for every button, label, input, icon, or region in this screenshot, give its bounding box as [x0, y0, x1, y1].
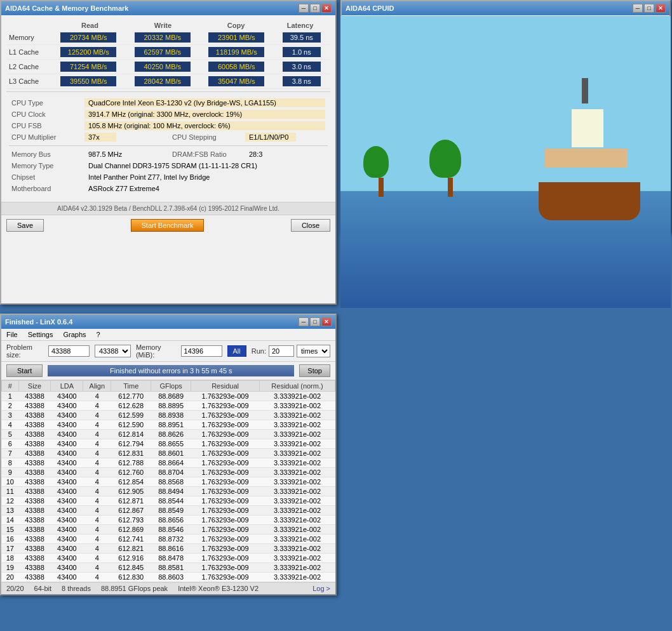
linx-table-cell: 9 — [2, 468, 19, 477]
linx-table-cell: 3.333921e-002 — [260, 515, 335, 525]
bench-dram-col: DRAM:FSB Ratio 28:3 — [170, 149, 328, 160]
linx-table-row: 1943388434004612.84588.85811.763293e-009… — [2, 563, 335, 573]
tree-trunk-2 — [448, 178, 453, 197]
linx-table-cell: 43388 — [18, 477, 51, 487]
bench-cpu-mult-label: CPU Multiplier — [11, 133, 84, 141]
bench-start-button[interactable]: Start Benchmark — [131, 219, 205, 232]
bench-col-copy: Copy — [208, 22, 264, 29]
linx-start-button[interactable]: Start — [6, 364, 43, 377]
bench-chipset-row: Chipset Intel Panther Point Z77, Intel I… — [9, 171, 328, 183]
bench-cpu-mult-step-row: CPU Multiplier 37x CPU Stepping E1/L1/N0… — [9, 131, 328, 143]
bench-title-controls: ─ □ ✕ — [299, 4, 332, 13]
linx-table-cell: 3.333921e-002 — [260, 401, 335, 411]
linx-menu-graphs[interactable]: Graphs — [60, 330, 88, 339]
linx-mem-input[interactable] — [181, 345, 222, 357]
linx-table-cell: 3.333921e-002 — [260, 411, 335, 420]
linx-all-btn[interactable]: All — [227, 345, 246, 357]
linx-table-cell: 43400 — [51, 411, 83, 420]
linx-close-btn[interactable]: ✕ — [321, 317, 332, 326]
bench-close-button[interactable]: Close — [291, 219, 330, 232]
linx-table-cell: 20 — [2, 573, 19, 582]
linx-menubar: File Settings Graphs ? — [1, 329, 335, 341]
bench-l1-label: L1 Cache — [9, 48, 53, 56]
cpuid-close-btn[interactable]: ✕ — [655, 4, 666, 13]
bench-save-button[interactable]: Save — [6, 219, 44, 232]
linx-table-cell: 4 — [83, 535, 111, 544]
bench-membus-col: Memory Bus 987.5 MHz — [9, 149, 167, 160]
linx-footer-gflops: 88.8951 GFlops peak — [101, 585, 168, 592]
linx-footer: 20/20 64-bit 8 threads 88.8951 GFlops pe… — [1, 582, 335, 594]
linx-table-cell: 3.333921e-002 — [260, 496, 335, 506]
linx-table-row: 1743388434004612.82188.86161.763293e-009… — [2, 544, 335, 554]
linx-footer-threads: 8 threads — [62, 585, 91, 592]
bench-dram-value: 28:3 — [245, 150, 266, 159]
linx-table-cell: 3.333921e-002 — [260, 430, 335, 439]
linx-table-cell: 4 — [2, 420, 19, 430]
linx-table-cell: 43400 — [51, 573, 83, 582]
linx-table-cell: 4 — [83, 430, 111, 439]
bench-membus-dram-row: Memory Bus 987.5 MHz DRAM:FSB Ratio 28:3 — [9, 149, 328, 160]
bench-maximize-btn[interactable]: □ — [310, 4, 320, 13]
linx-table-cell: 88.8494 — [151, 487, 191, 496]
linx-restore-btn[interactable]: □ — [310, 317, 320, 326]
linx-table-row: 243388434004612.62888.88951.763293e-0093… — [2, 401, 335, 411]
linx-table-cell: 43388 — [18, 392, 51, 401]
linx-table-cell: 3 — [2, 411, 19, 420]
linx-table-cell: 4 — [83, 573, 111, 582]
linx-table-cell: 43388 — [18, 487, 51, 496]
linx-menu-settings[interactable]: Settings — [25, 330, 56, 339]
bench-close-btn[interactable]: ✕ — [321, 4, 332, 13]
bench-memtype-row: Memory Type Dual Channel DDR3-1975 SDRAM… — [9, 160, 328, 171]
linx-table-row: 2043388434004612.83088.86031.763293e-009… — [2, 573, 335, 582]
bench-minimize-btn[interactable]: ─ — [299, 4, 309, 13]
linx-table-cell: 3.333921e-002 — [260, 525, 335, 535]
linx-table-cell: 3.333921e-002 — [260, 573, 335, 582]
linx-table-cell: 43400 — [51, 515, 83, 525]
linx-stop-button[interactable]: Stop — [299, 364, 330, 377]
linx-table-cell: 1.763293e-009 — [191, 439, 260, 449]
linx-run-input[interactable] — [269, 345, 294, 357]
linx-times-select[interactable]: times — [297, 345, 330, 357]
linx-table-row: 643388434004612.79488.86551.763293e-0093… — [2, 439, 335, 449]
linx-table-cell: 88.8544 — [151, 496, 191, 506]
cpuid-minimize-btn[interactable]: ─ — [633, 4, 643, 13]
linx-table-cell: 88.8664 — [151, 458, 191, 468]
bench-l3-write: 28042 MB/s — [135, 76, 191, 86]
linx-menu-help[interactable]: ? — [94, 330, 103, 339]
linx-col-lda: LDA — [51, 381, 83, 392]
linx-prob-select[interactable]: 43388 — [95, 345, 131, 357]
linx-table-cell: 1.763293e-009 — [191, 411, 260, 420]
linx-table-cell: 11 — [2, 487, 19, 496]
linx-table-cell: 4 — [83, 487, 111, 496]
linx-table-cell: 612.821 — [111, 544, 151, 554]
bench-window: AIDA64 Cache & Memory Benchmark ─ □ ✕ Re… — [0, 0, 337, 305]
bench-l2-read: 71254 MB/s — [60, 62, 116, 72]
bench-info-section: CPU Type QuadCore Intel Xeon E3-1230 v2 … — [6, 95, 330, 197]
linx-table-cell: 4 — [83, 544, 111, 554]
linx-table-cell: 3.333921e-002 — [260, 420, 335, 430]
linx-table-cell: 1.763293e-009 — [191, 458, 260, 468]
linx-table-cell: 3.333921e-002 — [260, 506, 335, 515]
bench-col-read: Read — [62, 22, 118, 29]
linx-table-row: 1643388434004612.74188.87321.763293e-009… — [2, 535, 335, 544]
linx-table-row: 543388434004612.81488.86261.763293e-0093… — [2, 430, 335, 439]
linx-col-residual-norm: Residual (norm.) — [260, 381, 335, 392]
linx-table-cell: 88.8626 — [151, 430, 191, 439]
bench-mobo-row: Motherboard ASRock Z77 Extreme4 — [9, 183, 328, 194]
cpuid-maximize-btn[interactable]: □ — [644, 4, 654, 13]
linx-table-cell: 43400 — [51, 535, 83, 544]
linx-menu-file[interactable]: File — [4, 330, 20, 339]
linx-table-row: 843388434004612.78888.86641.763293e-0093… — [2, 458, 335, 468]
linx-table-cell: 4 — [83, 458, 111, 468]
linx-prob-input[interactable] — [48, 345, 90, 357]
linx-col-size: Size — [18, 381, 51, 392]
linx-table-cell: 3.333921e-002 — [260, 563, 335, 573]
bench-membus-label: Memory Bus — [11, 150, 84, 158]
bench-window-title: AIDA64 Cache & Memory Benchmark — [5, 4, 128, 12]
linx-minimize-btn[interactable]: ─ — [299, 317, 309, 326]
linx-title-bar: Finished - LinX 0.6.4 ─ □ ✕ — [1, 315, 335, 329]
bench-memtype-value: Dual Channel DDR3-1975 SDRAM (11-11-11-2… — [84, 161, 325, 170]
linx-table-cell: 612.905 — [111, 487, 151, 496]
linx-table-cell: 43388 — [18, 468, 51, 477]
linx-footer-log[interactable]: Log > — [312, 585, 330, 592]
